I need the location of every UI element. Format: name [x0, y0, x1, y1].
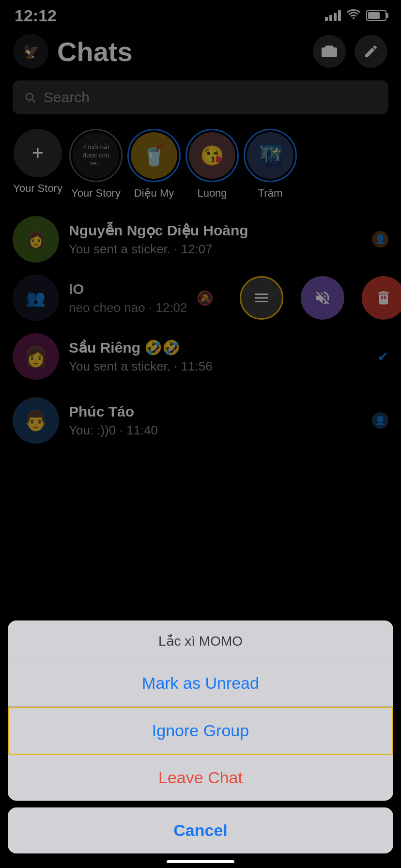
leave-chat-button[interactable]: Leave Chat	[8, 755, 393, 801]
sheet-title: Lắc xì MOMO	[8, 620, 393, 660]
bottom-sheet: Lắc xì MOMO Mark as Unread Ignore Group …	[0, 620, 401, 868]
sheet-options-group: Lắc xì MOMO Mark as Unread Ignore Group …	[8, 620, 393, 801]
home-indicator	[167, 860, 234, 863]
ignore-group-button[interactable]: Ignore Group	[8, 707, 393, 755]
mark-unread-button[interactable]: Mark as Unread	[8, 660, 393, 707]
cancel-button[interactable]: Cancel	[8, 807, 393, 853]
